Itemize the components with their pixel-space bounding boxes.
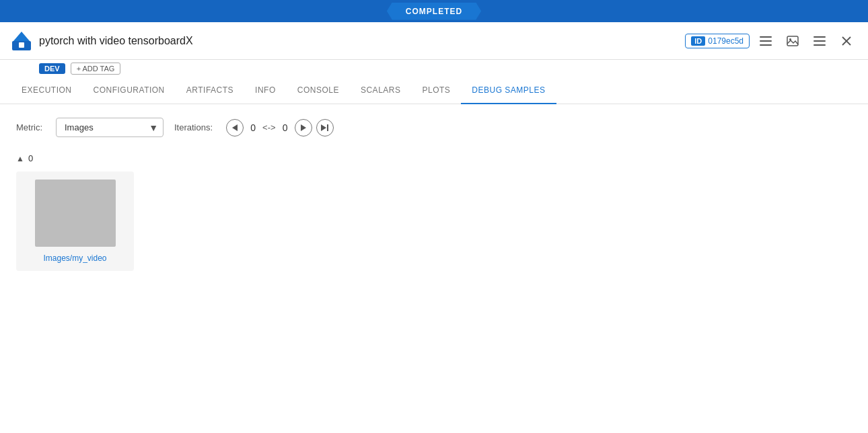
tab-info[interactable]: INFO — [244, 77, 287, 104]
iter-from-value: 0 — [248, 122, 258, 133]
svg-rect-4 — [760, 40, 772, 42]
last-iteration-button[interactable] — [316, 119, 334, 136]
id-badge[interactable]: ID 0179ec5d — [685, 34, 750, 48]
iteration-section-header: ▲ 0 — [16, 153, 852, 163]
image-thumbnail — [35, 180, 116, 247]
svg-marker-15 — [321, 124, 326, 131]
prev-iteration-button[interactable] — [226, 119, 244, 136]
status-badge: COMPLETED — [387, 3, 481, 20]
tab-configuration[interactable]: CONFIGURATION — [83, 77, 176, 104]
next-iteration-button[interactable] — [295, 119, 312, 136]
header: pytorch with video tensorboardX ID 0179e… — [0, 22, 868, 60]
content-area: Metric: Images ▼ Iterations: 0 <-> 0 — [0, 104, 868, 284]
app-logo — [11, 30, 32, 52]
controls-row: Metric: Images ▼ Iterations: 0 <-> 0 — [16, 118, 852, 137]
svg-rect-3 — [760, 36, 772, 38]
svg-marker-14 — [301, 124, 306, 131]
image-icon-button[interactable] — [782, 30, 803, 52]
dev-tag: DEV — [39, 63, 65, 74]
tab-plots[interactable]: PLOTS — [411, 77, 461, 104]
svg-rect-5 — [760, 44, 772, 46]
metric-select[interactable]: Images — [56, 118, 164, 137]
svg-marker-13 — [232, 124, 238, 131]
close-button[interactable] — [836, 30, 857, 52]
top-banner: COMPLETED — [0, 0, 868, 22]
images-grid: Images/my_video — [16, 171, 852, 271]
iter-to-value: 0 — [280, 122, 291, 133]
collapse-icon[interactable]: ▲ — [16, 154, 24, 163]
metric-label: Metric: — [16, 122, 42, 132]
header-actions: ID 0179ec5d — [685, 30, 857, 52]
iterations-controls: 0 <-> 0 — [226, 119, 334, 136]
iteration-number: 0 — [28, 153, 33, 163]
iteration-section: ▲ 0 Images/my_video — [16, 153, 852, 271]
nav-tabs: EXECUTION CONFIGURATION ARTIFACTS INFO C… — [0, 77, 868, 104]
svg-rect-10 — [813, 44, 826, 46]
svg-marker-1 — [13, 32, 30, 41]
console-icon-button[interactable] — [755, 30, 776, 52]
id-label: ID — [691, 36, 705, 46]
page-title: pytorch with video tensorboardX — [39, 35, 685, 47]
svg-rect-6 — [787, 36, 798, 46]
tags-row: DEV + ADD TAG — [0, 60, 868, 77]
svg-rect-16 — [327, 124, 328, 131]
tab-console[interactable]: CONSOLE — [287, 77, 350, 104]
menu-icon-button[interactable] — [809, 30, 830, 52]
add-tag-button[interactable]: + ADD TAG — [71, 63, 121, 75]
id-value: 0179ec5d — [708, 36, 744, 46]
metric-select-wrapper: Images ▼ — [56, 118, 164, 137]
svg-rect-2 — [19, 42, 24, 48]
tab-debug-samples[interactable]: DEBUG SAMPLES — [461, 77, 556, 104]
iterations-label: Iterations: — [174, 122, 213, 132]
image-card[interactable]: Images/my_video — [16, 171, 134, 271]
svg-rect-8 — [813, 36, 826, 38]
image-label: Images/my_video — [43, 253, 106, 263]
iter-separator: <-> — [262, 122, 276, 132]
tab-artifacts[interactable]: ARTIFACTS — [176, 77, 244, 104]
tab-scalars[interactable]: SCALARS — [350, 77, 412, 104]
tab-execution[interactable]: EXECUTION — [11, 77, 83, 104]
svg-rect-9 — [813, 40, 826, 42]
